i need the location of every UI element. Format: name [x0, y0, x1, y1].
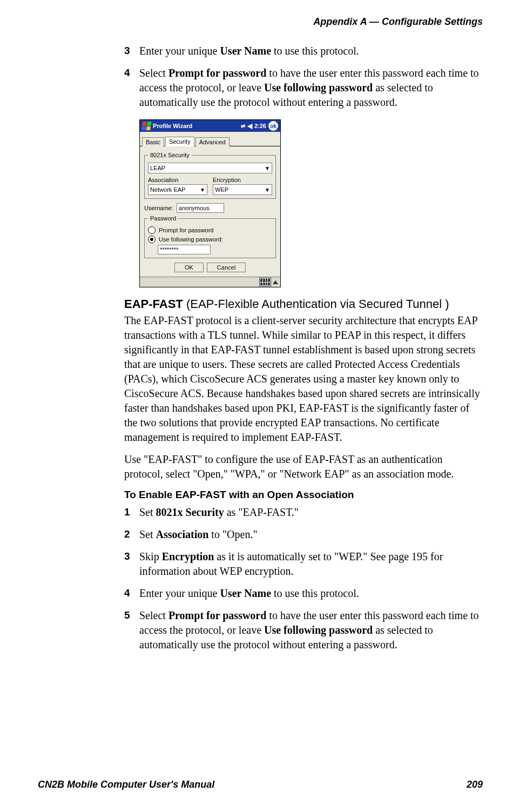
cancel-button[interactable]: Cancel	[207, 263, 246, 272]
password-fieldset: Password Prompt for password Use followi…	[144, 215, 276, 258]
sub-heading: To Enable EAP-FAST with an Open Associat…	[124, 489, 483, 501]
section-heading: EAP-FAST (EAP-Flexible Authentication vi…	[124, 297, 483, 311]
step-number: 5	[124, 608, 139, 652]
chevron-down-icon: ▼	[200, 187, 205, 193]
step-text: to use this protocol.	[271, 45, 359, 57]
step-number: 4	[124, 586, 139, 601]
step-number: 3	[124, 44, 139, 58]
password-input[interactable]: ********	[158, 245, 211, 254]
encryption-label: Encryption	[213, 177, 272, 183]
radio-use[interactable]	[148, 236, 156, 243]
step-number: 1	[124, 505, 139, 520]
keyboard-icon[interactable]	[259, 278, 271, 286]
step-number: 2	[124, 527, 139, 542]
list-item: 3 Skip Encryption as it is automatically…	[124, 549, 483, 579]
bottom-steps-list: 1 Set 8021x Security as "EAP-FAST." 2 Se…	[124, 505, 483, 652]
step-text: Select	[139, 67, 168, 79]
network-icon: ⇄	[241, 123, 245, 129]
step-bold: Use following password	[264, 82, 373, 93]
tabs-row: Basic Security Advanced	[140, 132, 280, 146]
step-bold: Encryption	[162, 551, 214, 562]
tab-basic[interactable]: Basic	[142, 137, 164, 146]
security-type-value: LEAP	[150, 165, 165, 171]
step-bold: User Name	[220, 587, 271, 599]
step-bold: Prompt for password	[168, 67, 266, 79]
windows-logo-icon	[141, 122, 151, 130]
window-title: Profile Wizard	[153, 123, 239, 129]
password-legend: Password	[148, 215, 178, 222]
radio-prompt-label: Prompt for password	[159, 227, 213, 233]
step-text: as "EAP-FAST."	[224, 506, 299, 518]
list-item: 1 Set 8021x Security as "EAP-FAST."	[124, 505, 483, 520]
chevron-down-icon: ▼	[265, 187, 270, 193]
username-label: Username:	[144, 205, 173, 211]
sip-bar	[140, 277, 280, 287]
radio-use-label: Use following password:	[159, 236, 223, 243]
association-dropdown[interactable]: Network EAP ▼	[148, 184, 207, 195]
tab-advanced[interactable]: Advanced	[195, 137, 230, 146]
step-text: Set	[139, 528, 156, 540]
list-item: 4 Enter your unique User Name to use thi…	[124, 586, 483, 601]
tab-security[interactable]: Security	[165, 137, 194, 146]
footer-page-number: 209	[467, 779, 483, 790]
heading-rest: (EAP-Flexible Authentication via Secured…	[183, 297, 449, 311]
titlebar-time: 2:26	[254, 123, 266, 129]
step-text: Set	[139, 506, 156, 518]
heading-bold: EAP-FAST	[124, 297, 183, 311]
association-value: Network EAP	[150, 186, 185, 193]
list-item: 3 Enter your unique User Name to use thi…	[124, 44, 483, 58]
step-text: to use this protocol.	[271, 587, 359, 599]
top-steps-list: 3 Enter your unique User Name to use thi…	[124, 44, 483, 110]
chevron-down-icon: ▼	[265, 165, 270, 171]
step-bold: 8021x Security	[156, 506, 224, 518]
step-text: Select	[139, 609, 168, 621]
footer-left: CN2B Mobile Computer User's Manual	[38, 779, 214, 790]
step-text: Enter your unique	[139, 587, 220, 599]
page-header-right: Appendix A — Configurable Settings	[38, 16, 483, 28]
encryption-value: WEP	[215, 186, 228, 193]
ok-badge-button[interactable]: ok	[268, 121, 278, 131]
ok-button[interactable]: OK	[174, 263, 204, 272]
list-item: 4 Select Prompt for password to have the…	[124, 66, 483, 110]
step-bold: Use following password	[264, 624, 373, 636]
security-panel: 8021x Security LEAP ▼ Association Networ…	[140, 146, 280, 277]
step-number: 4	[124, 66, 139, 110]
radio-prompt[interactable]	[148, 226, 156, 234]
step-number: 3	[124, 549, 139, 579]
step-bold: Association	[156, 528, 209, 540]
security-type-dropdown[interactable]: LEAP ▼	[148, 163, 272, 173]
encryption-dropdown[interactable]: WEP ▼	[213, 184, 272, 195]
username-input[interactable]: anonymous	[177, 203, 224, 213]
step-text: Skip	[139, 551, 162, 562]
step-bold: User Name	[220, 45, 271, 57]
step-text: to "Open."	[208, 528, 257, 540]
body-paragraph: The EAP-FAST protocol is a client-server…	[124, 313, 483, 445]
profile-wizard-window: Profile Wizard ⇄ ◀ 2:26 ok Basic Securit…	[139, 119, 281, 287]
speaker-icon: ◀	[247, 122, 252, 130]
list-item: 5 Select Prompt for password to have the…	[124, 608, 483, 652]
association-label: Association	[148, 177, 207, 183]
security-legend: 8021x Security	[148, 152, 192, 158]
arrow-up-icon[interactable]	[273, 280, 278, 284]
list-item: 2 Set Association to "Open."	[124, 527, 483, 542]
step-bold: Prompt for password	[168, 609, 266, 621]
step-text: Enter your unique	[139, 45, 220, 57]
security-fieldset: 8021x Security LEAP ▼ Association Networ…	[144, 152, 276, 199]
body-paragraph: Use "EAP-FAST" to configure the use of E…	[124, 452, 483, 481]
titlebar: Profile Wizard ⇄ ◀ 2:26 ok	[140, 120, 280, 132]
